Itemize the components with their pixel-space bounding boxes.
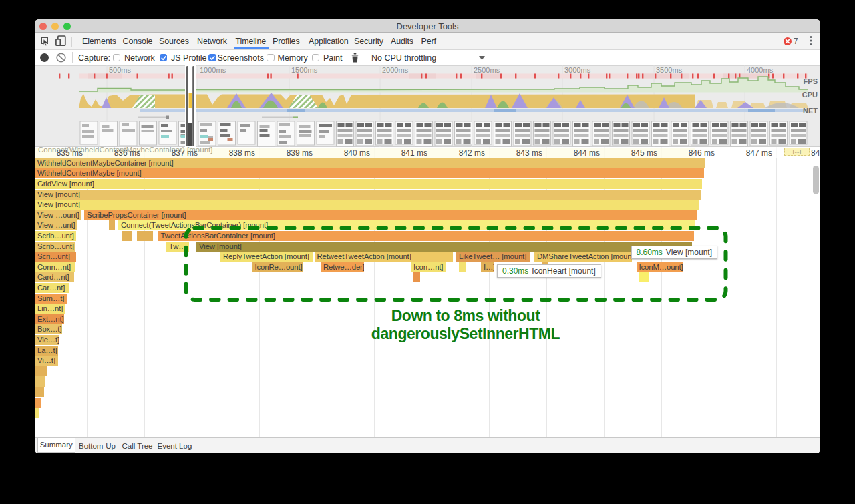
svg-text:500ms: 500ms — [109, 66, 132, 74]
svg-text:2500ms: 2500ms — [474, 66, 500, 74]
svg-text:3500ms: 3500ms — [656, 66, 683, 74]
svg-text:1000ms: 1000ms — [200, 66, 226, 74]
svg-text:CPU: CPU — [802, 91, 818, 99]
svg-text:3000ms: 3000ms — [564, 66, 591, 74]
svg-text:FPS: FPS — [804, 77, 818, 85]
svg-text:4000ms: 4000ms — [747, 66, 774, 74]
svg-text:NET: NET — [803, 107, 818, 115]
svg-text:2000ms: 2000ms — [382, 66, 409, 74]
svg-text:1500ms: 1500ms — [291, 66, 318, 74]
